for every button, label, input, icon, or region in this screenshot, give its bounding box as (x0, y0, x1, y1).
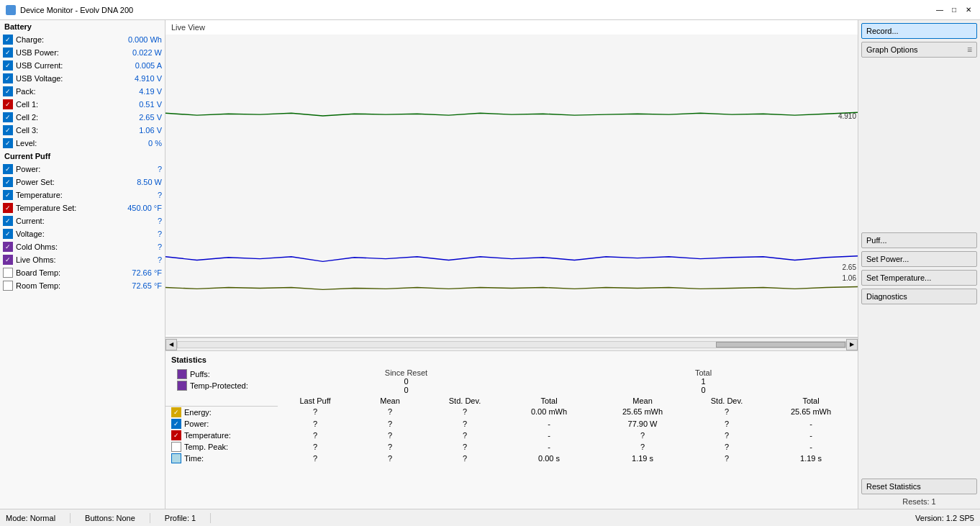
mode-status: Mode: Normal (6, 514, 55, 522)
stats-header-row: Last Puff Mean Std. Dev. Total Mean Std.… (165, 396, 858, 406)
set-temperature-button[interactable]: Set Temperature... (861, 270, 977, 286)
puff-cb-6[interactable]: ✓ (3, 242, 13, 252)
close-button[interactable]: ✕ (963, 4, 974, 16)
spacer2 (861, 307, 977, 476)
stats-row-4: Time: ? ? ? 0.00 s 1.19 s ? 1.19 s (165, 453, 858, 464)
battery-item-3: ✓ USB Voltage: 4.910 V (0, 72, 165, 85)
puff-item-5: ✓ Voltage: ? (0, 227, 165, 240)
set-power-button[interactable]: Set Power... (861, 251, 977, 267)
scroll-right-button[interactable]: ▶ (846, 339, 858, 350)
puff-item-1: ✓ Power Set: 8.50 W (0, 176, 165, 189)
puff-value-7: ? (119, 255, 162, 264)
graph-line-voltage (165, 112, 858, 116)
battery-cb-1[interactable]: ✓ (3, 47, 13, 58)
stats-cb-1[interactable]: ✓ (171, 419, 181, 429)
puff-cb-4[interactable]: ✓ (3, 216, 13, 226)
puff-cb-9[interactable] (3, 281, 13, 291)
puff-cb-1[interactable]: ✓ (3, 177, 13, 187)
col-total-sr: Total (502, 396, 596, 406)
stats-mean-t-1: 77.90 W (596, 418, 689, 430)
battery-item-1: ✓ USB Power: 0.022 W (0, 46, 165, 59)
puff-label-5: Voltage: (16, 230, 119, 238)
resets-label: Resets: 1 (861, 497, 977, 506)
puff-item-3: ✓ Temperature Set: 450.00 °F (0, 201, 165, 214)
battery-item-4: ✓ Pack: 4.19 V (0, 85, 165, 98)
battery-cb-2[interactable]: ✓ (3, 60, 13, 71)
battery-header: Battery (0, 20, 165, 33)
battery-item-6: ✓ Cell 2: 2.65 V (0, 111, 165, 124)
puff-cb-7[interactable]: ✓ (3, 255, 13, 265)
battery-cb-0[interactable]: ✓ (3, 35, 13, 45)
scroll-track[interactable] (177, 341, 846, 348)
puff-label-1: Power Set: (16, 178, 119, 186)
puff-label-8: Board Temp: (16, 268, 119, 277)
stats-mean-sr-2: ? (353, 430, 427, 441)
temp-prot-since-reset: 0 (258, 386, 555, 394)
battery-value-5: 0.51 V (119, 100, 162, 109)
scroll-thumb[interactable] (716, 342, 845, 348)
graph-options-button[interactable]: Graph Options ≡ (861, 42, 977, 58)
stats-total-t-3: - (764, 441, 858, 453)
battery-value-1: 0.022 W (119, 48, 162, 57)
puff-label-9: Room Temp: (16, 281, 119, 290)
stats-puffs-section: Puffs: Temp-Protected: (171, 368, 258, 391)
stats-stddev-sr-4: ? (427, 453, 502, 464)
since-reset-section: Since Reset 0 0 (258, 368, 555, 394)
battery-label-2: USB Current: (16, 61, 119, 70)
title-bar-left: Device Monitor - Evolv DNA 200 (6, 5, 133, 15)
stats-mean-sr-1: ? (353, 418, 427, 430)
temp-prot-total: 0 (555, 386, 852, 394)
scroll-left-button[interactable]: ◀ (165, 339, 177, 350)
stats-stddev-sr-1: ? (427, 418, 502, 430)
battery-cb-3[interactable]: ✓ (3, 73, 13, 83)
battery-cb-5[interactable]: ✓ (3, 99, 13, 109)
stats-total-t-4: 1.19 s (764, 453, 858, 464)
puff-value-9: 72.65 °F (119, 281, 162, 290)
stats-cb-2[interactable]: ✓ (171, 430, 181, 440)
statistics-header: Statistics (165, 354, 858, 367)
stats-row-1: ✓ Power: ? ? ? - 77.90 W ? - (165, 418, 858, 430)
stats-row-0: ✓ Energy: ? ? ? 0.00 mWh 25.65 mWh ? 25.… (165, 406, 858, 418)
stats-last-puff-4: ? (278, 453, 353, 464)
minimize-button[interactable]: — (934, 4, 945, 16)
stats-mean-t-0: 25.65 mWh (596, 406, 689, 418)
stats-tbody: ✓ Energy: ? ? ? 0.00 mWh 25.65 mWh ? 25.… (165, 406, 858, 464)
puff-cb-8[interactable] (3, 268, 13, 278)
reset-statistics-button[interactable]: Reset Statistics (861, 479, 977, 494)
status-divider-2 (150, 513, 150, 523)
battery-cb-7[interactable]: ✓ (3, 125, 13, 135)
stats-last-puff-1: ? (278, 418, 353, 430)
stats-cb-0[interactable]: ✓ (171, 407, 181, 417)
puff-value-2: ? (119, 191, 162, 199)
battery-value-7: 1.06 V (119, 126, 162, 135)
stats-total-sr-1: - (502, 418, 596, 430)
puffs-checkbox[interactable] (177, 369, 187, 379)
stats-cb-3[interactable] (171, 442, 181, 452)
record-button[interactable]: Record... (861, 23, 977, 39)
battery-label-4: Pack: (16, 87, 119, 96)
window-title: Device Monitor - Evolv DNA 200 (20, 6, 133, 14)
maximize-button[interactable]: □ (948, 4, 960, 16)
battery-item-5: ✓ Cell 1: 0.51 V (0, 98, 165, 111)
puffs-label: Puffs: (190, 370, 210, 378)
battery-item-2: ✓ USB Current: 0.005 A (0, 59, 165, 72)
puff-button[interactable]: Puff... (861, 232, 977, 248)
puff-cb-3[interactable]: ✓ (3, 203, 13, 213)
stats-total-t-0: 25.65 mWh (764, 406, 858, 418)
battery-cb-4[interactable]: ✓ (3, 86, 13, 96)
battery-cb-8[interactable]: ✓ (3, 138, 13, 148)
puff-label-4: Current: (16, 217, 119, 225)
col-stddev-t: Std. Dev. (689, 396, 764, 406)
puff-cb-5[interactable]: ✓ (3, 229, 13, 239)
status-divider-3 (210, 513, 211, 523)
puff-cb-0[interactable]: ✓ (3, 164, 13, 174)
puff-value-8: 72.66 °F (119, 268, 162, 277)
stats-cb-4[interactable] (171, 453, 181, 463)
left-panel: Battery ✓ Charge: 0.000 Wh ✓ USB Power: … (0, 20, 165, 509)
stats-stddev-t-1: ? (689, 418, 764, 430)
diagnostics-button[interactable]: Diagnostics (861, 289, 977, 304)
temp-protected-checkbox[interactable] (177, 381, 187, 391)
battery-cb-6[interactable]: ✓ (3, 112, 13, 122)
puff-cb-2[interactable]: ✓ (3, 190, 13, 200)
stats-stddev-t-4: ? (689, 453, 764, 464)
